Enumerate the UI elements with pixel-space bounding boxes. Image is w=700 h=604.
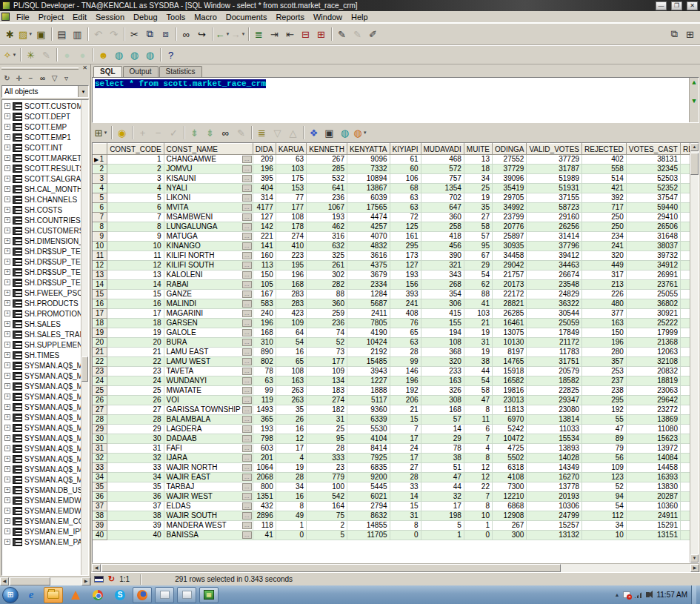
row-selector[interactable]: 28 (93, 415, 107, 425)
expand-plus-icon[interactable]: + (4, 165, 10, 171)
expand-plus-icon[interactable]: + (4, 445, 10, 451)
cell-ellipsis-button[interactable]: … (242, 271, 252, 279)
table-row[interactable]: 3636WAJIR WEST…1351165426021143271221020… (93, 492, 700, 502)
cell-ellipsis-button[interactable]: … (242, 493, 252, 500)
expand-plus-icon[interactable]: + (4, 528, 10, 534)
tree-item[interactable]: +SYSMAN.AQ$_MGMT_ (2, 464, 81, 474)
expand-plus-icon[interactable]: + (4, 259, 10, 265)
table-row[interactable]: 22JOMVU…19610328573326057218377293178755… (93, 165, 700, 174)
tree-item[interactable]: +SYSMAN.AQ$_MGMT_ (2, 422, 81, 433)
table-row[interactable]: 77MSAMBWENI…1271081934474723602723799291… (93, 213, 700, 222)
tree-item[interactable]: +SCOTT.RESULTS (2, 163, 81, 173)
expand-plus-icon[interactable]: + (4, 217, 10, 223)
vlc-icon[interactable] (66, 587, 85, 603)
table-row[interactable]: 2323TAVETA…78108109394314623344159182057… (93, 367, 700, 376)
tree-item[interactable]: +SH.SALES (2, 319, 81, 329)
cell-ellipsis-button[interactable]: … (242, 348, 252, 356)
tree-item[interactable]: +SH.COUNTRIES (2, 215, 81, 225)
expand-plus-icon[interactable]: + (4, 321, 10, 327)
tree-item[interactable]: +SCOTT.MARKET_RACE (2, 153, 81, 163)
table-row[interactable]: 99MATUGA…2212743164070161418572589731414… (93, 232, 700, 242)
add-doc-icon[interactable]: ⊞ (313, 27, 329, 42)
tab-statistics[interactable]: Statistics (159, 66, 202, 77)
kill-session-icon[interactable]: ◍ (142, 47, 158, 62)
row-selector[interactable]: 2 (93, 165, 107, 174)
close-button[interactable]: ✕ (687, 1, 698, 10)
tree-item[interactable]: +SCOTT.EMP1 (2, 132, 81, 142)
row-selector[interactable]: 18 (93, 319, 107, 328)
dropdown-caret-icon[interactable]: ▼ (103, 130, 107, 135)
cell-ellipsis-button[interactable]: … (242, 233, 252, 240)
row-selector[interactable]: 22 (93, 357, 107, 367)
menu-macro[interactable]: Macro (190, 12, 221, 22)
row-selector[interactable]: 39 (93, 521, 107, 531)
cell-ellipsis-button[interactable]: … (242, 522, 252, 529)
table-row[interactable]: 2525MWATATE…9926318318881923265819816228… (93, 386, 700, 396)
save-results-icon[interactable]: ▣ (321, 125, 337, 140)
tree-hscroll-thumb[interactable] (10, 577, 50, 585)
menu-debug[interactable]: Debug (129, 12, 161, 22)
internet-explorer-icon[interactable]: e (21, 587, 41, 603)
tray-expand-icon[interactable]: ▲ (615, 592, 620, 597)
row-selector[interactable]: 29 (93, 425, 107, 434)
expand-plus-icon[interactable]: + (4, 113, 10, 119)
cell-ellipsis-button[interactable]: … (242, 213, 252, 221)
tree-item[interactable]: +SH.PROMOTIONS (2, 308, 81, 319)
next-statement-icon[interactable]: ▼ (692, 99, 696, 105)
tree-item[interactable]: +SH.DR$SUP_TEXT_ID: (2, 277, 81, 288)
menu-project[interactable]: Project (34, 12, 68, 22)
cell-ellipsis-button[interactable]: … (242, 474, 252, 481)
describe-icon[interactable]: ≣ (251, 27, 267, 42)
tree-item[interactable]: +SH.COSTS (2, 205, 81, 215)
drop2-icon[interactable]: ● (75, 47, 90, 62)
open-icon[interactable]: ▨▼ (18, 27, 33, 42)
expand-plus-icon[interactable]: + (4, 279, 10, 285)
menu-reports[interactable]: Reports (271, 12, 309, 22)
expand-plus-icon[interactable]: + (4, 238, 10, 244)
cell-ellipsis-button[interactable]: … (242, 531, 252, 539)
column-header-votes_cast[interactable]: VOTES_CAST (626, 144, 680, 155)
grid-scroll-right-icon[interactable]: ▶ (690, 564, 699, 572)
column-header-mudavadi[interactable]: MUDAVADI (421, 144, 464, 155)
expand-plus-icon[interactable]: + (4, 176, 10, 182)
table-row[interactable]: 2020BURA…3105452104246310831101302117219… (93, 338, 700, 348)
expand-plus-icon[interactable]: + (4, 518, 10, 524)
menu-file[interactable]: File (12, 12, 34, 22)
column-header-const_name[interactable]: CONST_NAME (164, 144, 253, 155)
app-window-icon[interactable] (155, 587, 174, 603)
copy-icon[interactable]: ⧉ (142, 27, 158, 42)
table-row[interactable]: 2828BALAMBALA…36526316339155711697013814… (93, 415, 700, 425)
table-row[interactable]: 2424WUNDANYI…631631341227196163541658218… (93, 376, 700, 386)
cell-ellipsis-button[interactable]: … (242, 165, 252, 173)
tree-item[interactable]: +SCOTT.CUSTOMERS (2, 101, 81, 111)
refresh-icon[interactable]: ↻ (1, 73, 13, 84)
table-row[interactable]: 88LUNGALUNGA…142178462425712525858207762… (93, 222, 700, 232)
expand-plus-icon[interactable]: + (4, 414, 10, 420)
cell-ellipsis-button[interactable]: … (242, 454, 252, 462)
tree-item[interactable]: +SYSMAN.AQ$_MGMT_ (2, 474, 81, 485)
cell-ellipsis-button[interactable]: … (242, 406, 252, 414)
cell-ellipsis-button[interactable]: … (242, 358, 252, 365)
tree-item[interactable]: +SYSMAN.AQ$_MGMT_ (2, 443, 81, 454)
table-row[interactable]: 4040BANISSA…4105117050103001313210131511… (93, 531, 700, 540)
windows-explorer-icon[interactable] (44, 587, 63, 603)
column-header-kenyatta[interactable]: KENYATTA (347, 144, 390, 155)
tree-item[interactable]: +SH.TIMES (2, 350, 81, 360)
row-selector[interactable]: 15 (93, 290, 107, 299)
import-icon[interactable]: ←▼ (215, 27, 230, 42)
tree-item[interactable]: +SYSMAN.AQ$_MGMT_ (2, 381, 81, 391)
expand-plus-icon[interactable]: + (4, 228, 10, 233)
tab-output[interactable]: Output (123, 66, 159, 77)
expand-plus-icon[interactable]: + (4, 487, 10, 493)
doc-window-icon[interactable]: ⧉ (667, 27, 682, 42)
tree-item[interactable]: +SH.CHANNELS (2, 194, 81, 205)
tree-item[interactable]: +SYSMAN.AQ$_MGMT_ (2, 360, 81, 371)
row-selector[interactable]: 3 (93, 174, 107, 184)
table-row[interactable]: 3333WAJIR NORTH…106419236835275112631814… (93, 463, 700, 473)
menu-documents[interactable]: Documents (221, 12, 272, 22)
export-results-icon[interactable]: ≣ (254, 125, 270, 140)
table-row[interactable]: 1616MALINDI…5832833605687241306412882136… (93, 299, 700, 309)
cell-ellipsis-button[interactable]: … (242, 464, 252, 471)
menu-session[interactable]: Session (91, 12, 129, 22)
table-row[interactable]: 1818GARSEN…19610923678057615521164612505… (93, 319, 700, 328)
